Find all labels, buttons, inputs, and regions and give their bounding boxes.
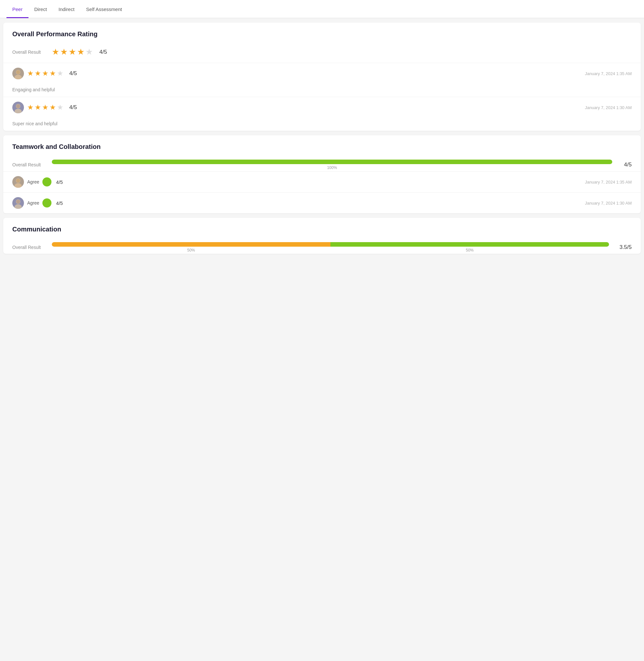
communication-bar-green <box>330 242 609 247</box>
overall-stars: ★ ★ ★ ★ ★ <box>52 47 93 57</box>
review-1-rating: 4/5 <box>69 70 77 77</box>
teamwork-review-1-date: January 7, 2024 1:35 AM <box>585 180 632 184</box>
tab-bar: Peer Direct Indirect Self Assessment <box>0 0 644 18</box>
communication-rating: 3.5/5 <box>616 244 632 251</box>
teamwork-title: Teamwork and Collaboration <box>3 135 641 156</box>
communication-progress-bar <box>52 242 609 247</box>
review-1-comment: Engaging and helpful <box>3 84 641 97</box>
review-row-1: ★ ★ ★ ★ ★ 4/5 January 7, 2024 1:35 AM <box>3 63 641 84</box>
communication-percent-1: 50% <box>52 248 330 252</box>
communication-section: Communication Overall Result 50% 50% 3.5… <box>3 218 641 254</box>
avatar-1 <box>12 68 24 79</box>
communication-overall-row: Overall Result 50% 50% 3.5/5 <box>3 238 641 254</box>
overall-performance-section: Overall Performance Rating Overall Resul… <box>3 23 641 131</box>
star-5: ★ <box>86 47 93 57</box>
communication-progress-wrapper: 50% 50% <box>52 242 609 252</box>
avatar-2 <box>12 101 24 113</box>
teamwork-bar-fill <box>52 160 612 164</box>
review-header-2: ★ ★ ★ ★ ★ 4/5 January 7, 2024 1:30 AM <box>12 101 632 113</box>
communication-title: Communication <box>3 218 641 238</box>
teamwork-section: Teamwork and Collaboration Overall Resul… <box>3 135 641 213</box>
teamwork-overall-label: Overall Result <box>12 162 48 167</box>
teamwork-agree-left-2: Agree 4/5 <box>12 197 63 209</box>
star-4: ★ <box>77 47 85 57</box>
communication-bar-yellow <box>52 242 330 247</box>
star-3: ★ <box>69 47 76 57</box>
svg-point-7 <box>16 104 20 108</box>
review-left-1: ★ ★ ★ ★ ★ 4/5 <box>12 68 77 79</box>
teamwork-green-dot-2 <box>42 199 51 207</box>
teamwork-review-2-date: January 7, 2024 1:30 AM <box>585 201 632 206</box>
teamwork-agree-left-1: Agree 4/5 <box>12 176 63 188</box>
review-2-rating: 4/5 <box>69 104 77 111</box>
star-1: ★ <box>52 47 59 57</box>
teamwork-green-dot-1 <box>42 177 51 186</box>
svg-point-11 <box>16 179 20 183</box>
teamwork-agree-label-1: Agree <box>27 179 39 184</box>
teamwork-percent: 100% <box>327 165 337 170</box>
teamwork-rating: 4/5 <box>619 161 632 168</box>
overall-performance-title: Overall Performance Rating <box>3 23 641 43</box>
review-1-date: January 7, 2024 1:35 AM <box>585 71 632 76</box>
teamwork-progress-bar <box>52 160 612 164</box>
svg-point-15 <box>16 200 20 204</box>
teamwork-agree-rating-1: 4/5 <box>56 179 63 185</box>
teamwork-review-2: Agree 4/5 January 7, 2024 1:30 AM <box>3 192 641 213</box>
review-2-comment: Super nice and helpful <box>3 118 641 131</box>
teamwork-agree-label-2: Agree <box>27 200 39 206</box>
communication-overall-label: Overall Result <box>12 245 48 250</box>
tab-peer[interactable]: Peer <box>6 0 28 18</box>
review-left-2: ★ ★ ★ ★ ★ 4/5 <box>12 101 77 113</box>
overall-result-row: Overall Result ★ ★ ★ ★ ★ 4/5 <box>3 43 641 63</box>
teamwork-avatar-2 <box>12 197 24 209</box>
teamwork-avatar-1 <box>12 176 24 188</box>
svg-point-3 <box>16 70 20 74</box>
star-2: ★ <box>60 47 68 57</box>
review-2-date: January 7, 2024 1:30 AM <box>585 105 632 110</box>
teamwork-overall-row: Overall Result 100% 4/5 <box>3 156 641 171</box>
review-row-2: ★ ★ ★ ★ ★ 4/5 January 7, 2024 1:30 AM <box>3 97 641 118</box>
review-1-stars: ★ ★ ★ ★ ★ <box>27 69 64 78</box>
tab-indirect[interactable]: Indirect <box>53 0 80 18</box>
overall-result-label: Overall Result <box>12 49 48 55</box>
review-header-1: ★ ★ ★ ★ ★ 4/5 January 7, 2024 1:35 AM <box>12 68 632 79</box>
teamwork-review-1: Agree 4/5 January 7, 2024 1:35 AM <box>3 171 641 192</box>
review-2-stars: ★ ★ ★ ★ ★ <box>27 103 64 112</box>
tab-self-assessment[interactable]: Self Assessment <box>80 0 128 18</box>
teamwork-agree-rating-2: 4/5 <box>56 200 63 206</box>
communication-percent-2: 50% <box>330 248 609 252</box>
teamwork-progress-wrapper: 100% <box>52 160 612 170</box>
overall-rating-text: 4/5 <box>99 49 107 55</box>
tab-direct[interactable]: Direct <box>28 0 53 18</box>
